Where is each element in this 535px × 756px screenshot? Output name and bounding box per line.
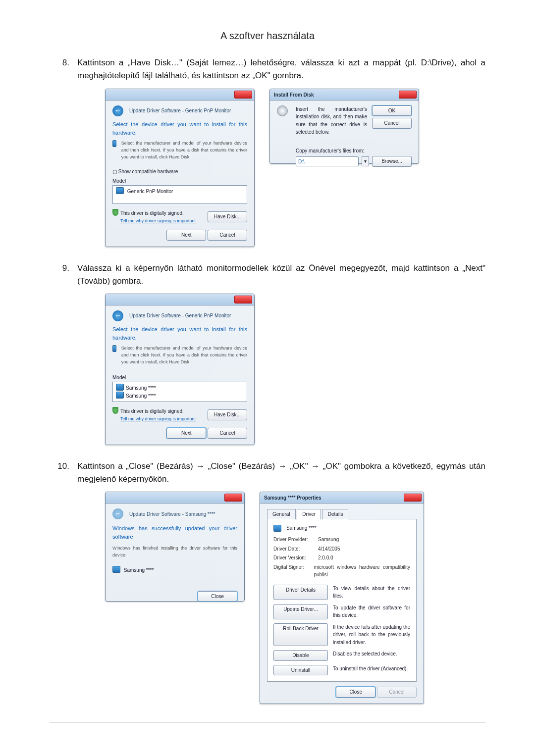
dialog-properties: Samsung **** Properties General Driver D…	[260, 492, 424, 704]
cancel-button: Cancel	[377, 687, 417, 698]
update-driver-button[interactable]: Update Driver...	[273, 604, 328, 619]
next-button[interactable]: Next	[166, 428, 206, 439]
uninstall-button[interactable]: Uninstall	[273, 665, 328, 676]
model-listbox[interactable]: Generic PnP Monitor	[112, 185, 247, 204]
model-listbox[interactable]: Samsung **** Samsung ****	[112, 382, 247, 402]
step-9: 9. Válassza ki a képernyőn látható monit…	[50, 262, 485, 445]
label-signer: Digital Signer:	[273, 563, 314, 579]
tab-general[interactable]: General	[267, 509, 296, 519]
list-item[interactable]: Samsung ****	[126, 385, 156, 391]
dialog-update-driver: ← Update Driver Software - Generic PnP M…	[105, 89, 255, 247]
monitor-icon	[112, 566, 120, 573]
page-title: A szoftver használata	[50, 30, 485, 42]
dialog-message: Insert the manufacturer's installation d…	[296, 105, 367, 136]
signing-info-link[interactable]: Tell me why driver signing is important	[120, 218, 196, 223]
back-icon[interactable]: ←	[112, 105, 123, 116]
titlebar	[106, 89, 254, 101]
label-provider: Driver Provider:	[273, 536, 318, 544]
label-date: Driver Date:	[273, 545, 318, 553]
list-item[interactable]: Samsung ****	[126, 393, 156, 399]
next-button[interactable]: Next	[166, 230, 206, 241]
signing-info-link[interactable]: Tell me why driver signing is important	[120, 416, 196, 421]
tab-details[interactable]: Details	[322, 509, 349, 519]
signed-status: This driver is digitally signed.	[120, 210, 184, 216]
have-disk-button[interactable]: Have Disk...	[208, 409, 247, 420]
have-disk-button[interactable]: Have Disk...	[208, 211, 247, 222]
shield-icon	[112, 407, 118, 414]
close-icon[interactable]	[234, 91, 252, 99]
titlebar	[106, 294, 254, 305]
monitor-icon	[116, 392, 124, 399]
disk-icon	[277, 105, 288, 116]
titlebar: Samsung **** Properties	[260, 492, 424, 504]
step-text: Kattintson a „Close" (Bezárás) → „Close"…	[77, 461, 485, 484]
tab-bar: General Driver Details	[267, 508, 417, 519]
ok-button[interactable]: OK	[372, 105, 412, 116]
dialog-heading: Select the device driver you want to ins…	[112, 120, 247, 137]
disable-desc: Disables the selected device.	[333, 650, 410, 661]
titlebar	[106, 492, 244, 504]
dialog-title: Samsung **** Properties	[264, 494, 321, 502]
list-item[interactable]: Generic PnP Monitor	[127, 189, 173, 194]
document-page: A szoftver használata 8. Kattintson a „H…	[0, 0, 535, 756]
tab-panel-driver: Samsung **** Driver Provider:Samsung Dri…	[267, 519, 417, 682]
monitor-icon	[116, 187, 124, 194]
value-version: 2.0.0.0	[318, 554, 333, 562]
breadcrumb: Update Driver Software - Generic PnP Mon…	[129, 107, 231, 115]
rollback-driver-button[interactable]: Roll Back Driver	[273, 623, 328, 647]
dialog-update-success: ← Update Driver Software - Samsung **** …	[105, 492, 245, 602]
rollback-driver-desc: If the device fails after updating the d…	[333, 623, 410, 647]
dialog-subtext: Windows has finished installing the driv…	[112, 545, 237, 559]
close-icon[interactable]	[404, 494, 422, 502]
dialog-title: Install From Disk	[274, 91, 314, 99]
titlebar: Install From Disk	[270, 89, 419, 101]
browse-button[interactable]: Browse...	[372, 156, 412, 167]
path-input[interactable]: D:\	[296, 156, 359, 166]
close-button[interactable]: Close	[336, 687, 375, 698]
cancel-button[interactable]: Cancel	[208, 230, 247, 241]
step-text: Válassza ki a képernyőn látható monitorm…	[77, 263, 485, 286]
close-button[interactable]: Close	[198, 591, 237, 602]
step-number: 10.	[50, 460, 77, 473]
driver-details-button[interactable]: Driver Details	[273, 585, 328, 600]
label-version: Driver Version:	[273, 554, 318, 562]
copy-from-label: Copy manufacturer's files from:	[296, 147, 412, 155]
dialog-select-model: ← Update Driver Software - Generic PnP M…	[105, 294, 255, 445]
dropdown-arrow-icon[interactable]: ▾	[362, 156, 369, 166]
step-number: 9.	[50, 262, 77, 275]
close-icon[interactable]	[399, 91, 417, 99]
monitor-icon	[112, 140, 116, 147]
monitor-icon	[273, 525, 281, 532]
shield-icon	[112, 209, 118, 216]
value-provider: Samsung	[318, 536, 339, 544]
dialog-heading: Select the device driver you want to ins…	[112, 325, 247, 342]
back-icon[interactable]: ←	[112, 310, 123, 321]
cancel-button[interactable]: Cancel	[372, 118, 412, 129]
uninstall-desc: To uninstall the driver (Advanced).	[333, 665, 410, 676]
value-date: 4/14/2005	[318, 545, 340, 553]
back-icon: ←	[112, 508, 123, 519]
model-label: Model	[112, 374, 247, 382]
step-10: 10. Kattintson a „Close" (Bezárás) → „Cl…	[50, 460, 485, 704]
dialog-install-from-disk: Install From Disk Insert the manufacture…	[269, 89, 419, 164]
device-name: Samsung ****	[286, 524, 317, 532]
disable-button[interactable]: Disable	[273, 650, 328, 661]
step-number: 8.	[50, 56, 77, 69]
dialog-description: Select the manufacturer and model of you…	[121, 140, 247, 161]
model-label: Model	[112, 177, 247, 185]
dialog-heading: Windows has successfully updated your dr…	[112, 524, 237, 541]
tab-driver[interactable]: Driver	[297, 509, 321, 519]
step-text: Kattintson a „Have Disk…" (Saját lemez…)…	[77, 58, 485, 80]
close-icon[interactable]	[234, 296, 252, 303]
value-signer: microsoft windows hardware compatibility…	[314, 563, 410, 579]
show-compatible-checkbox[interactable]: ▢	[112, 169, 118, 174]
device-name: Samsung ****	[124, 567, 154, 573]
monitor-icon	[112, 345, 116, 352]
show-compatible-label: Show compatible hardware	[118, 169, 178, 174]
breadcrumb: Update Driver Software - Generic PnP Mon…	[129, 312, 231, 320]
cancel-button[interactable]: Cancel	[208, 428, 247, 439]
close-icon[interactable]	[224, 494, 242, 502]
driver-details-desc: To view details about the driver files.	[333, 585, 410, 600]
breadcrumb: Update Driver Software - Samsung ****	[129, 510, 215, 518]
monitor-icon	[116, 384, 124, 391]
